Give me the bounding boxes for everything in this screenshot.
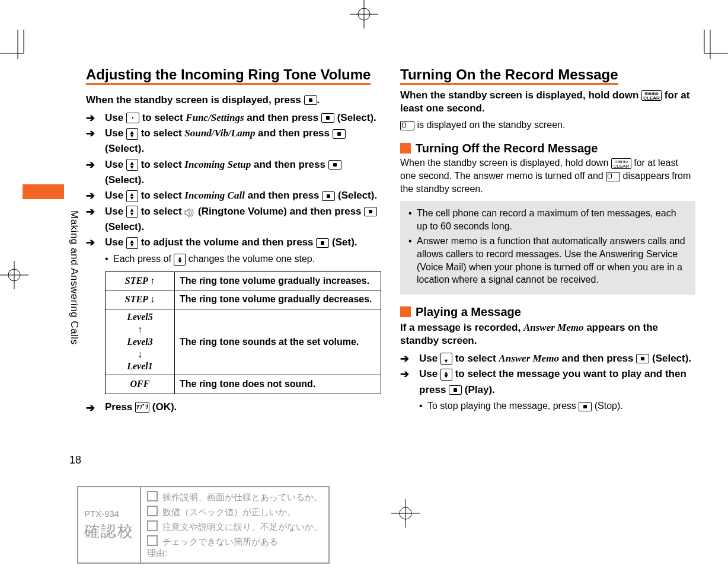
step-note: To stop playing the message, press (Stop… bbox=[419, 399, 695, 414]
record-icon-line: is displayed on the standby screen. bbox=[400, 119, 695, 132]
note-box: The cell phone can record a maximum of t… bbox=[400, 201, 695, 295]
step: Use to select Incoming Setup and then pr… bbox=[86, 157, 381, 188]
center-key-icon bbox=[328, 160, 341, 170]
updown-key-icon bbox=[126, 190, 138, 202]
step: Use to select Answer Memo and then press… bbox=[400, 351, 695, 366]
recorder-icon bbox=[400, 121, 414, 130]
proof-item: 数値（スペック値）が正しいか。 bbox=[147, 506, 323, 518]
center-key-icon bbox=[333, 129, 346, 139]
checkbox-icon bbox=[147, 520, 158, 531]
step: Use to select Incoming Call and then pre… bbox=[86, 188, 381, 203]
lead-standby: When the standby screen is displayed, pr… bbox=[86, 94, 381, 107]
updown-key-icon bbox=[126, 159, 138, 171]
nav4-key-icon bbox=[126, 113, 139, 123]
center-key-icon bbox=[316, 238, 329, 248]
table-desc: The ring tone does not sound. bbox=[175, 375, 381, 394]
table-label: Level5 ↑ Level3 ↓ Level1 bbox=[106, 309, 175, 375]
app-key-icon: ｱﾌﾟﾘ bbox=[135, 402, 149, 413]
checkbox-icon bbox=[147, 506, 158, 516]
step: Use to select Sound/Vib/Lamp and then pr… bbox=[86, 126, 381, 157]
step: Use to adjust the volume and then press … bbox=[86, 235, 381, 394]
steps-list-right: Use to select Answer Memo and then press… bbox=[400, 351, 695, 414]
clear-key-icon: memo CLEAR bbox=[611, 158, 631, 169]
clear-key-icon: memo CLEAR bbox=[641, 90, 662, 101]
updown-key-icon bbox=[126, 206, 138, 218]
updown-key-icon bbox=[440, 369, 452, 381]
step: Use to select (Ringtone Volume) and then… bbox=[86, 204, 381, 235]
center-key-icon bbox=[322, 191, 335, 201]
center-key-icon bbox=[321, 113, 334, 123]
steps-list-left: Use to select Func/Settings and then pre… bbox=[86, 110, 381, 394]
play-lead: If a message is recorded, Answer Memo ap… bbox=[400, 321, 695, 347]
updown-key-icon bbox=[126, 128, 138, 140]
section-side-label: Making and Answering Calls bbox=[68, 210, 80, 345]
lead-record-on: When the standby screen is displayed, ho… bbox=[400, 89, 695, 115]
step: Use to select Func/Settings and then pre… bbox=[86, 110, 381, 126]
updown-key-icon bbox=[126, 237, 138, 249]
proof-code: PTX-934 bbox=[84, 509, 134, 519]
proof-label: 確認校 bbox=[84, 521, 134, 542]
center-key-icon bbox=[364, 207, 377, 216]
table-desc: The ring tone sounds at the set volume. bbox=[175, 309, 381, 375]
table-desc: The ring tone volume gradually increases… bbox=[175, 271, 381, 290]
subhead-playing: Playing a Message bbox=[400, 305, 695, 319]
checkbox-icon bbox=[147, 491, 158, 501]
table-label: OFF bbox=[106, 375, 175, 394]
center-key-icon bbox=[579, 402, 592, 411]
heading-record-message: Turning On the Record Message bbox=[400, 66, 695, 83]
turn-off-para: When the standby screen is displayed, ho… bbox=[400, 156, 695, 195]
recorder-icon bbox=[606, 172, 620, 181]
checkbox-icon bbox=[147, 535, 158, 546]
table-label: STEP ↑ bbox=[106, 271, 175, 290]
proof-item: チェックできない箇所がある 理由: bbox=[147, 535, 323, 559]
right-column: Turning On the Record Message When the s… bbox=[400, 66, 695, 415]
subhead-turn-off: Turning Off the Record Message bbox=[400, 142, 695, 155]
page-number: 18 bbox=[69, 454, 81, 466]
volume-table: STEP ↑The ring tone volume gradually inc… bbox=[105, 271, 381, 394]
proof-item: 注意文や説明文に誤り、不足がないか。 bbox=[147, 520, 323, 533]
proof-item: 操作説明、画面が仕様とあっているか。 bbox=[147, 491, 323, 503]
center-key-icon bbox=[636, 354, 649, 363]
proof-checklist-box: PTX-934 確認校 操作説明、画面が仕様とあっているか。 数値（スペック値）… bbox=[77, 486, 330, 564]
updown-key-icon bbox=[174, 254, 186, 266]
step-note: Each press of changes the volume one ste… bbox=[105, 252, 381, 267]
down-key-icon bbox=[440, 353, 452, 365]
table-desc: The ring tone volume gradually decreases… bbox=[175, 290, 381, 309]
center-key-icon bbox=[449, 385, 462, 395]
table-label: STEP ↓ bbox=[106, 290, 175, 309]
center-key-icon bbox=[304, 95, 317, 105]
left-column: Adjusting the Incoming Ring Tone Volume … bbox=[86, 66, 381, 415]
step: Use to select the message you want to pl… bbox=[400, 366, 695, 413]
section-tab bbox=[23, 184, 64, 199]
speaker-icon bbox=[184, 207, 195, 216]
note-item: Answer memo is a function that automatic… bbox=[408, 235, 687, 286]
press-ok-step: Press ｱﾌﾟﾘ (OK). bbox=[86, 401, 381, 413]
heading-adjust-volume: Adjusting the Incoming Ring Tone Volume bbox=[86, 66, 381, 83]
note-item: The cell phone can record a maximum of t… bbox=[408, 207, 687, 232]
